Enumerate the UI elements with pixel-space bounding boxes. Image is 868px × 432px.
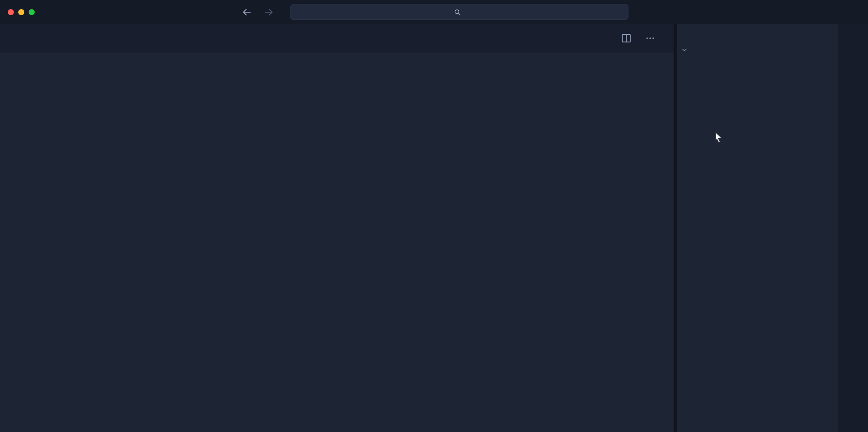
title-bar <box>0 0 868 24</box>
workspace-section-header[interactable] <box>677 41 838 59</box>
explorer-header <box>677 24 838 41</box>
history-nav <box>241 0 274 24</box>
breadcrumb <box>0 53 674 70</box>
traffic-lights <box>8 0 35 24</box>
editor-actions <box>621 24 674 53</box>
more-actions-icon[interactable] <box>645 33 655 43</box>
editor-region <box>0 24 674 432</box>
activity-bar <box>838 24 868 432</box>
vscode-window <box>0 0 868 432</box>
command-center-search[interactable] <box>290 4 628 20</box>
forward-arrow-icon[interactable] <box>263 7 274 18</box>
close-window-button[interactable] <box>8 9 14 15</box>
explorer-sidebar <box>677 24 838 432</box>
chevron-down-icon <box>681 46 688 54</box>
minimize-window-button[interactable] <box>18 9 24 15</box>
search-icon <box>454 8 461 16</box>
back-arrow-icon[interactable] <box>241 7 253 18</box>
sidebar-divider[interactable] <box>674 24 677 432</box>
minimap[interactable] <box>611 71 669 279</box>
mouse-cursor <box>713 132 724 145</box>
code-editor[interactable] <box>0 70 674 432</box>
tab-bar <box>0 24 674 53</box>
split-editor-icon[interactable] <box>621 33 632 44</box>
zoom-window-button[interactable] <box>29 9 35 15</box>
